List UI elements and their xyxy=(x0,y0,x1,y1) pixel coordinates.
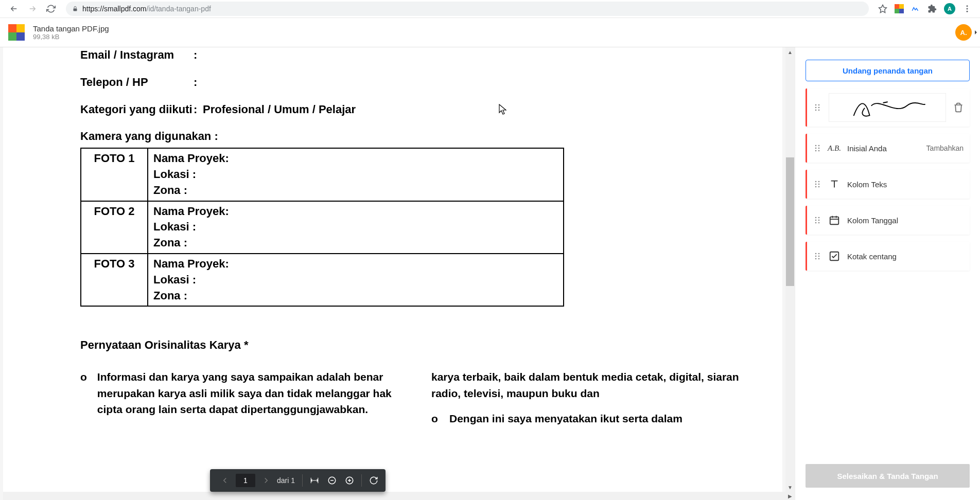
horizontal-scrollbar[interactable]: ▶ xyxy=(3,492,795,500)
pdf-toolbar: dari 1 xyxy=(210,469,386,492)
forward-icon[interactable] xyxy=(28,4,37,13)
reload-icon[interactable] xyxy=(46,4,56,13)
text-icon xyxy=(829,178,840,190)
svg-rect-30 xyxy=(830,217,839,225)
scroll-down-icon[interactable]: ▼ xyxy=(785,483,795,492)
initials-icon: A.B. xyxy=(829,142,840,154)
next-page-button[interactable] xyxy=(258,473,274,488)
stmt-right-bullet: Dengan ini saya menyatakan ikut serta da… xyxy=(449,410,682,427)
tool-signature[interactable] xyxy=(806,88,970,127)
scroll-up-icon[interactable]: ▲ xyxy=(785,47,795,57)
drag-handle-icon[interactable] xyxy=(813,216,821,224)
form-label-category: Kategori yang diikuti xyxy=(80,102,194,118)
svg-point-27 xyxy=(818,220,820,221)
scrollbar-thumb[interactable] xyxy=(786,157,794,286)
svg-point-10 xyxy=(815,110,817,111)
bookmark-star-icon[interactable] xyxy=(878,4,887,13)
url-text: https://smallpdf.com/id/tanda-tangan-pdf xyxy=(82,5,211,13)
app-header: Tanda tangan PDF.jpg 99,38 kB A. xyxy=(0,18,980,47)
svg-point-22 xyxy=(815,186,817,188)
tool-initials[interactable]: A.B. Inisial Anda Tambahkan xyxy=(806,134,970,163)
svg-point-23 xyxy=(818,186,820,188)
svg-point-11 xyxy=(818,110,820,111)
zoom-out-button[interactable] xyxy=(324,473,340,488)
profile-avatar[interactable]: A xyxy=(944,3,955,14)
svg-rect-0 xyxy=(74,9,77,11)
page-total: dari 1 xyxy=(277,476,295,485)
stmt-left: Informasi dan karya yang saya sampaikan … xyxy=(97,369,411,418)
extensions-puzzle-icon[interactable] xyxy=(927,4,937,13)
lock-icon xyxy=(72,6,78,12)
text-label: Kolom Teks xyxy=(847,180,964,189)
table-row: FOTO 2Nama Proyek:Lokasi :Zona : xyxy=(81,201,564,254)
rotate-button[interactable] xyxy=(366,473,381,488)
svg-point-12 xyxy=(815,145,817,147)
back-icon[interactable] xyxy=(9,4,19,13)
fit-width-button[interactable] xyxy=(307,473,322,488)
svg-point-24 xyxy=(815,217,817,219)
prev-page-button[interactable] xyxy=(217,473,233,488)
svg-point-6 xyxy=(815,104,817,106)
svg-point-18 xyxy=(815,181,817,183)
extension1-icon[interactable] xyxy=(895,4,904,13)
calendar-icon xyxy=(829,215,840,226)
photo-table: FOTO 1Nama Proyek:Lokasi :Zona : FOTO 2N… xyxy=(80,148,564,307)
svg-point-15 xyxy=(818,148,820,149)
svg-point-14 xyxy=(815,148,817,149)
tool-date[interactable]: Kolom Tanggal xyxy=(806,206,970,235)
scroll-right-icon[interactable]: ▶ xyxy=(785,492,795,500)
svg-point-9 xyxy=(818,107,820,109)
statement-title: Pernyataan Orisinalitas Karya * xyxy=(80,337,762,353)
tool-text[interactable]: Kolom Teks xyxy=(806,170,970,199)
tool-checkbox[interactable]: Kotak centang xyxy=(806,242,970,271)
svg-point-13 xyxy=(818,145,820,147)
camera-label: Kamera yang digunakan : xyxy=(80,129,762,145)
drag-handle-icon[interactable] xyxy=(813,103,821,112)
signature-preview xyxy=(829,93,946,122)
svg-point-20 xyxy=(815,184,817,185)
svg-point-35 xyxy=(815,258,817,260)
svg-point-17 xyxy=(818,150,820,152)
svg-point-2 xyxy=(967,8,968,10)
extension2-icon[interactable] xyxy=(911,4,920,13)
smallpdf-logo-icon[interactable] xyxy=(8,24,25,41)
svg-point-29 xyxy=(818,222,820,224)
checkbox-icon xyxy=(829,251,840,262)
user-badge[interactable]: A. xyxy=(955,24,972,41)
add-initials-action[interactable]: Tambahkan xyxy=(926,144,964,152)
form-value-category: Profesional / Umum / Pelajar xyxy=(203,102,356,118)
svg-point-34 xyxy=(818,256,820,257)
side-panel: Undang penanda tangan A.B. Inisial Anda … xyxy=(795,47,980,500)
svg-point-25 xyxy=(818,217,820,219)
table-row: FOTO 3Nama Proyek:Lokasi :Zona : xyxy=(81,254,564,306)
checkbox-label: Kotak centang xyxy=(847,252,964,261)
page-number-input[interactable] xyxy=(236,474,255,487)
svg-point-16 xyxy=(815,150,817,152)
kebab-menu-icon[interactable] xyxy=(962,4,972,13)
svg-point-28 xyxy=(815,222,817,224)
vertical-scrollbar[interactable]: ▲ ▼ xyxy=(785,47,795,492)
delete-signature-icon[interactable] xyxy=(953,102,964,113)
table-row: FOTO 1Nama Proyek:Lokasi :Zona : xyxy=(81,148,564,201)
svg-point-31 xyxy=(815,253,817,255)
form-label-email: Email / Instagram xyxy=(80,47,194,63)
invite-signers-button[interactable]: Undang penanda tangan xyxy=(806,60,970,81)
zoom-in-button[interactable] xyxy=(342,473,357,488)
svg-point-33 xyxy=(815,256,817,257)
date-label: Kolom Tanggal xyxy=(847,216,964,225)
svg-point-3 xyxy=(967,11,968,12)
svg-point-19 xyxy=(818,181,820,183)
drag-handle-icon[interactable] xyxy=(813,144,821,152)
form-label-phone: Telepon / HP xyxy=(80,75,194,91)
drag-handle-icon[interactable] xyxy=(813,180,821,188)
finish-sign-button[interactable]: Selesaikan & Tanda Tangan xyxy=(806,464,970,488)
document-viewer[interactable]: Email / Instagram: Telepon / HP: Kategor… xyxy=(0,47,795,500)
address-bar[interactable]: https://smallpdf.com/id/tanda-tangan-pdf xyxy=(66,2,869,16)
drag-handle-icon[interactable] xyxy=(813,252,821,260)
browser-toolbar: https://smallpdf.com/id/tanda-tangan-pdf… xyxy=(0,0,980,18)
initials-label: Inisial Anda xyxy=(847,144,919,153)
svg-point-1 xyxy=(967,5,968,7)
svg-point-21 xyxy=(818,184,820,185)
svg-point-8 xyxy=(815,107,817,109)
svg-point-7 xyxy=(818,104,820,106)
